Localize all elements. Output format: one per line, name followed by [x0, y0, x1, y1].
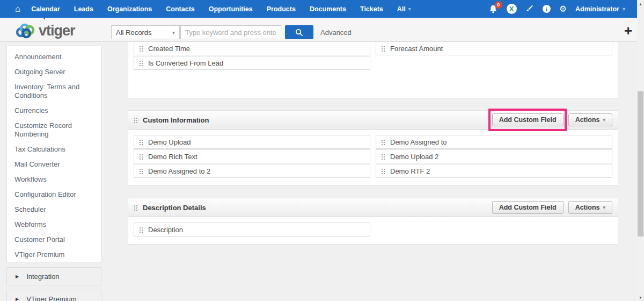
actions-dropdown-button[interactable]: Actions ▾	[568, 113, 612, 126]
field-label: Demo Rich Text	[148, 153, 197, 161]
field-row[interactable]: Demo Assigned to	[376, 135, 612, 149]
sidebar-group-integration[interactable]: ▶ Integration	[6, 267, 101, 285]
sidebar-item[interactable]: Tax Calculations	[7, 142, 101, 157]
search-button[interactable]	[285, 25, 313, 39]
top-nav-item[interactable]: Leads	[74, 5, 93, 13]
drag-handle-icon[interactable]	[139, 60, 143, 67]
top-nav-item[interactable]: Contacts	[166, 5, 194, 13]
top-nav-item[interactable]: Opportunities	[209, 5, 253, 13]
search-scope-select[interactable]: All Records ▾	[111, 25, 180, 39]
field-label: Demo Assigned to	[390, 138, 447, 146]
user-menu[interactable]: Administrator ▾	[575, 5, 625, 13]
chevron-right-icon: ▶	[16, 297, 19, 301]
vtiger-logo[interactable]: vtiger	[15, 22, 75, 39]
top-nav-item[interactable]: Products	[267, 5, 296, 13]
top-nav-item[interactable]: Organizations	[107, 5, 152, 13]
field-label: Forecast Amount	[390, 45, 443, 53]
field-label: Demo Upload	[148, 138, 191, 146]
highlight-annotation: Add Custom Field	[492, 113, 564, 126]
add-record-button[interactable]: +	[624, 24, 632, 38]
drag-handle-icon[interactable]	[381, 168, 385, 175]
info-icon[interactable]: i	[543, 5, 551, 13]
field-row[interactable]: Demo Upload 2	[376, 149, 612, 163]
sidebar-item[interactable]: Inventory: Terms and Conditions	[7, 80, 101, 103]
field-row[interactable]: Description	[134, 223, 370, 236]
field-row[interactable]: Created Time	[134, 41, 370, 55]
top-nav-item[interactable]: Calendar	[31, 5, 60, 13]
extensions-x-icon[interactable]: X	[507, 4, 517, 14]
drag-handle-icon[interactable]	[139, 139, 143, 146]
sidebar-group-vtiger-premium[interactable]: ▶ VTiger Premium	[6, 290, 101, 301]
top-nav-item[interactable]: Documents	[310, 5, 346, 13]
drag-handle-icon[interactable]	[134, 117, 137, 124]
top-nav-all-menu[interactable]: All ▾	[397, 5, 411, 13]
chevron-down-icon: ▾	[623, 6, 625, 12]
sidebar-item[interactable]: Workflows	[7, 172, 101, 187]
sidebar-item[interactable]: Announcement	[7, 49, 101, 64]
top-right-cluster: 0 X i ⚙ Administrator ▾	[488, 0, 625, 18]
field-label: Demo RTF 2	[390, 167, 430, 175]
field-row[interactable]: Is Converted From Lead	[134, 56, 370, 70]
vtiger-cloud-icon	[15, 22, 36, 39]
field-label: Demo Upload 2	[390, 153, 438, 161]
sidebar-item[interactable]: Currencies	[7, 103, 101, 118]
settings-sidebar: AnnouncementOutgoing ServerInventory: Te…	[6, 46, 101, 262]
custom-information-block: Custom Information Add Custom Field Acti…	[128, 110, 618, 185]
chevron-down-icon: ▾	[172, 30, 175, 35]
section-header: Description Details Add Custom Field Act…	[128, 198, 618, 217]
add-custom-field-button[interactable]: Add Custom Field	[492, 201, 564, 214]
drag-handle-icon[interactable]	[381, 153, 385, 160]
theme-brush-icon[interactable]	[525, 4, 534, 15]
scroll-down-arrow[interactable]: ▼	[637, 293, 644, 301]
sidebar-group-label: Integration	[26, 273, 59, 281]
section-title: Description Details	[143, 204, 206, 212]
notifications-bell-icon[interactable]: 0	[488, 4, 498, 14]
drag-handle-icon[interactable]	[139, 45, 143, 52]
add-custom-field-button[interactable]: Add Custom Field	[492, 113, 564, 126]
scrollbar-thumb[interactable]	[638, 91, 643, 236]
home-icon[interactable]: ⌂	[15, 4, 20, 13]
field-label: Created Time	[148, 45, 190, 53]
drag-handle-icon[interactable]	[134, 204, 137, 211]
field-row[interactable]: Demo Rich Text	[134, 149, 370, 163]
drag-handle-icon[interactable]	[139, 226, 143, 233]
description-details-block: Description Details Add Custom Field Act…	[128, 198, 618, 245]
gear-icon[interactable]: ⚙	[559, 5, 567, 13]
sidebar-item[interactable]: VTiger Premium	[7, 247, 101, 262]
clipped-sidebar-item: Templates	[30, 18, 63, 20]
search-scope-value: All Records	[116, 28, 151, 37]
field-row[interactable]: Demo Assigned to 2	[134, 164, 370, 178]
drag-handle-icon[interactable]	[381, 139, 385, 146]
vertical-scrollbar[interactable]: ▲ ▼	[637, 0, 644, 301]
sidebar-group-label: VTiger Premium	[26, 295, 76, 301]
sidebar-item[interactable]: Webforms	[7, 217, 101, 232]
chevron-down-icon: ▾	[408, 6, 411, 12]
field-label: Description	[148, 226, 183, 234]
top-nav-bar: ⌂ CalendarLeadsOrganizationsContactsOppo…	[0, 0, 637, 18]
scroll-up-arrow[interactable]: ▲	[637, 0, 644, 8]
field-row[interactable]: Forecast Amount	[376, 41, 612, 55]
top-nav-list: CalendarLeadsOrganizationsContactsOpport…	[31, 5, 383, 13]
drag-handle-icon[interactable]	[139, 168, 143, 175]
all-menu-label: All	[397, 5, 406, 13]
sidebar-item[interactable]: Customize Record Numbering	[7, 118, 101, 142]
chevron-down-icon: ▾	[603, 202, 605, 213]
field-row[interactable]: Demo RTF 2	[376, 164, 612, 178]
sidebar-item[interactable]: Configuration Editor	[7, 187, 101, 202]
drag-handle-icon[interactable]	[139, 153, 143, 160]
user-name-label: Administrator	[575, 5, 619, 13]
field-label: Demo Assigned to 2	[148, 167, 210, 175]
sidebar-item[interactable]: Customer Portal	[7, 232, 101, 247]
sidebar-item[interactable]: Mail Converter	[7, 157, 101, 172]
search-header-bar	[0, 18, 637, 42]
sidebar-item[interactable]: Scheduler	[7, 202, 101, 217]
search-input[interactable]	[180, 25, 281, 39]
sidebar-item[interactable]: Outgoing Server	[7, 64, 101, 80]
section-header: Custom Information Add Custom Field Acti…	[128, 111, 618, 130]
field-row[interactable]: Demo Upload	[134, 135, 370, 149]
drag-handle-icon[interactable]	[381, 45, 385, 52]
top-nav-item[interactable]: Tickets	[360, 5, 383, 13]
actions-dropdown-button[interactable]: Actions ▾	[568, 201, 612, 214]
notification-badge: 0	[495, 1, 502, 9]
advanced-search-link[interactable]: Advanced	[320, 28, 352, 37]
